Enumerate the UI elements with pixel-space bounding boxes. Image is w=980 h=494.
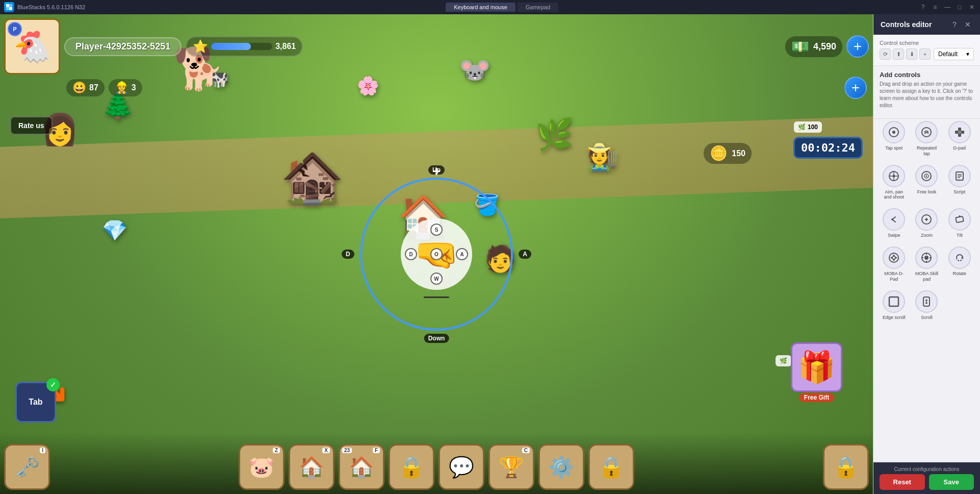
svg-point-13 [893, 175, 895, 177]
emoji-value: 87 [89, 83, 98, 92]
lock-btn-right[interactable]: 🔒 [823, 444, 869, 490]
scheme-btn-1[interactable]: ⟳ [880, 48, 891, 60]
joystick-key-w: W [430, 273, 443, 285]
script-label: Script [953, 189, 965, 195]
svg-marker-30 [890, 256, 893, 259]
add-small-coins-button[interactable]: + [844, 77, 867, 99]
aim-pan-shoot-label: Aim, pan and shoot [882, 189, 906, 201]
joystick-center: 🤜 S D A W O [401, 218, 472, 290]
menu-button[interactable]: ≡ [931, 3, 939, 11]
zoom-label: Zoom [921, 233, 933, 238]
bottom-btn-chat[interactable]: 💬 [439, 444, 484, 490]
bottom-btn-trophy[interactable]: 🏆 C [488, 444, 534, 490]
svg-point-33 [924, 256, 929, 260]
bottom-btn-pig[interactable]: 🐷 Z [239, 444, 285, 490]
free-gift-label: Free Gift [799, 393, 834, 402]
free-look-label: Free look [917, 189, 937, 195]
coin-icon: 🪙 [710, 145, 728, 162]
scroll-label: Scroll [921, 315, 933, 320]
help-button[interactable]: ? [919, 3, 927, 11]
emoji-stat: 😀 87 [66, 79, 105, 96]
control-aim-pan-shoot[interactable]: Aim, pan and shoot [880, 163, 908, 203]
svg-point-16 [926, 175, 927, 177]
svg-rect-0 [6, 4, 9, 7]
tab-key-button[interactable]: Tab ✓ [15, 382, 56, 423]
control-repeated-tap[interactable]: Repeated tap [912, 119, 941, 159]
key-badge-z: Z [273, 448, 280, 453]
xp-fill-inner [211, 43, 251, 50]
control-rotate[interactable]: Rotate [945, 244, 974, 284]
control-script[interactable]: Script [945, 163, 974, 203]
add-coins-button[interactable]: + [846, 35, 869, 58]
bottom-btn-house[interactable]: 🏠 X [289, 444, 334, 490]
key-badge-i: I [40, 448, 45, 453]
person-icon: 👷 [115, 81, 128, 94]
scheme-btn-4[interactable]: + [919, 48, 931, 60]
title-bar: BlueStacks 5.6.0.1126 N32 Keyboard and m… [0, 0, 980, 14]
control-tilt[interactable]: Tilt [945, 206, 974, 240]
control-swipe[interactable]: Swipe [880, 206, 908, 240]
farm-sign: 🌿 [535, 116, 574, 153]
close-button[interactable]: ✕ [968, 3, 976, 11]
dpad-label: D-pad [953, 145, 966, 151]
controls-grid: Tap spot Repeated tap D-pad Aim, pan an [873, 119, 980, 326]
lock-key-left[interactable]: 🗝️ I [4, 444, 50, 490]
tap-spot-label: Tap spot [885, 145, 902, 151]
dpad-icon [948, 121, 971, 143]
add-controls-section: Add controls Drag and drop an action on … [873, 66, 980, 119]
controls-editor: Controls editor ? ✕ Control scheme ⟳ ⬆ ⬇… [873, 14, 980, 494]
ce-close-btn[interactable]: ✕ [963, 19, 973, 30]
game-viewport: 🏚️ 🏠 🌲 🐄 🌿 🪣 🐭 🧑‍🌾 🧑 🌸 💎 ❗ 🌿100 🌿 🐕 👩 🎁 … [0, 14, 873, 494]
key-badge-x: X [322, 448, 330, 453]
control-tap-spot[interactable]: Tap spot [880, 119, 908, 159]
scroll-icon [915, 290, 938, 313]
bottom-btn-up[interactable]: 🏠 F 23 [339, 444, 384, 490]
joystick-circle: Up Down D A + 🤜 S D A W O [360, 178, 513, 331]
save-button[interactable]: Save [929, 474, 974, 490]
reset-button[interactable]: Reset [880, 474, 925, 490]
hud-second-row: 😀 87 👷 3 🪙 150 + [66, 77, 869, 99]
bottom-btn-gear[interactable]: ⚙️ [538, 444, 584, 490]
farm-npc1: 🧑‍🌾 [586, 142, 618, 171]
repeated-tap-icon [915, 121, 938, 143]
scheme-btn-3[interactable]: ⬇ [906, 48, 917, 60]
rotate-icon [948, 246, 971, 269]
gem-icon: 💎 [102, 218, 127, 242]
svg-point-5 [892, 131, 895, 134]
xp-fill-bg [211, 43, 272, 50]
scheme-dropdown[interactable]: Default ▾ [934, 48, 974, 60]
gift-box-icon: 🎁 [791, 342, 842, 392]
player-name: Player-42925352-5251 [64, 37, 182, 56]
control-edge-scroll[interactable]: Edge scroll [880, 288, 908, 323]
tab-keyboard-mouse[interactable]: Keyboard and mouse [446, 3, 515, 12]
emoji-icon: 😀 [72, 81, 86, 94]
bottom-btn-lock[interactable]: 🔒 [389, 444, 434, 490]
scheme-btn-2[interactable]: ⬆ [893, 48, 904, 60]
scheme-row: ⟳ ⬆ ⬇ + Default ▾ [880, 48, 974, 60]
player-avatar: 🐔 P [4, 18, 60, 75]
control-zoom[interactable]: Zoom [912, 206, 941, 240]
add-controls-title: Add controls [880, 71, 974, 79]
gift-box-container[interactable]: 🎁 Free Gift [791, 342, 842, 392]
bottom-actions: Current configuration actions Reset Save [873, 462, 980, 494]
app-name: BlueStacks 5.6.0.1126 N32 [17, 4, 85, 10]
tab-gamepad[interactable]: Gamepad [518, 3, 558, 12]
minimize-button[interactable]: — [943, 3, 951, 11]
svg-point-21 [891, 218, 893, 220]
window-controls: ? ≡ — □ ✕ [919, 3, 976, 11]
control-free-look[interactable]: Free look [912, 163, 941, 203]
rate-us-button[interactable]: Rate us [10, 116, 53, 135]
joystick-key-a: A [456, 248, 468, 260]
control-dpad[interactable]: D-pad [945, 119, 974, 159]
control-scroll[interactable]: Scroll [912, 288, 941, 323]
coins-resource: 💵 4,590 [785, 36, 842, 57]
ce-help-btn[interactable]: ? [949, 19, 960, 30]
control-moba-skill[interactable]: MOBA Skill pad [912, 244, 941, 284]
control-moba-dpad[interactable]: MOBA D-Pad [880, 244, 908, 284]
hud-top: 🐔 P Player-42925352-5251 ⭐ 3,861 💵 4,590… [4, 18, 869, 75]
tilt-label: Tilt [957, 233, 963, 238]
moba-skill-label: MOBA Skill pad [914, 271, 939, 282]
star-icon: ⭐ [193, 39, 208, 54]
maximize-button[interactable]: □ [956, 3, 964, 11]
bottom-btn-lock2[interactable]: 🔒 [588, 444, 634, 490]
